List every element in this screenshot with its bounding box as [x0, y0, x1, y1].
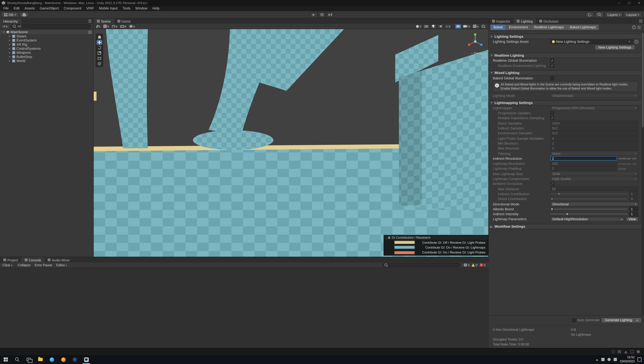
indirect-contribution-slider[interactable] — [550, 192, 628, 196]
lighting-subtab-environment[interactable]: Environment — [506, 24, 531, 30]
section-header-lighting-settings[interactable]: ▼Lighting Settings — [489, 34, 642, 39]
inspector-tab-inspector[interactable]: Inspector — [489, 18, 514, 24]
albedo-boost-slider[interactable] — [550, 207, 628, 211]
scene-3d-viewport[interactable]: ‹ Persp GI Contributors / Receivers Cont… — [94, 29, 488, 257]
bottom-tab-audio-mixer[interactable]: Audio Mixer — [44, 257, 73, 262]
2d-toggle-button[interactable]: 2D — [423, 24, 430, 29]
console-warning-count[interactable]: 0 — [472, 263, 478, 267]
indirect-contribution-value-field[interactable]: 1 — [629, 192, 638, 196]
tray-network-icon[interactable] — [608, 358, 611, 361]
menu-gameobject[interactable]: GameObject — [37, 6, 61, 11]
menu-assets[interactable]: Assets — [22, 6, 37, 11]
menu-mobile-input[interactable]: Mobile Input — [96, 6, 120, 11]
help-icon[interactable]: ? — [632, 26, 636, 29]
menu-help[interactable]: Help — [150, 6, 162, 11]
lighting-settings-asset-object-field[interactable]: New Lighting Settings• — [550, 39, 633, 44]
scene-lighting-toggle[interactable] — [430, 24, 436, 29]
new-lighting-settings-button[interactable]: New Lighting Settings — [594, 45, 635, 50]
realtime-environment-lighting-checkbox[interactable]: ✓ — [550, 64, 554, 68]
collapse-button[interactable]: Collapse — [16, 262, 32, 268]
audio-toggle-button[interactable] — [437, 24, 444, 29]
direct-contribution-value-field[interactable]: 0 — [629, 197, 638, 201]
max-bounces-field[interactable]: 2 — [550, 146, 638, 151]
expand-arrow-icon[interactable]: ▸ — [8, 54, 11, 59]
console-search-field[interactable] — [382, 263, 460, 267]
multiple-importance-sampling-checkbox[interactable]: ✓ — [550, 116, 554, 120]
max-distance-field[interactable]: 50 — [550, 186, 638, 191]
filtering-dropdown[interactable]: None▾ — [550, 151, 638, 156]
maximize-button[interactable]: □ — [624, 0, 634, 6]
lightmap-padding-field[interactable]: 2 — [550, 166, 617, 171]
section-header-mixed-lighting[interactable]: ▼Mixed Lighting — [489, 70, 642, 76]
auto-generate-checkbox[interactable] — [572, 318, 576, 322]
expand-arrow-icon[interactable]: ▾ — [2, 30, 6, 34]
scene-visibility-toggle[interactable] — [455, 24, 461, 29]
hierarchy-item-controlsystems[interactable]: ▸ControlSystems — [0, 46, 93, 50]
indirect-samples-field[interactable]: 512 — [550, 126, 638, 130]
tray-expand-chevron[interactable]: ▲ — [596, 358, 598, 361]
move-tool-button[interactable] — [96, 40, 102, 45]
step-button[interactable] — [326, 12, 334, 17]
status-icon-3[interactable] — [624, 350, 628, 353]
max-lightmap-size-dropdown[interactable]: 2048▾ — [550, 172, 638, 176]
expand-arrow-icon[interactable]: ▸ — [8, 50, 11, 54]
scene-orientation-gizmo[interactable] — [466, 32, 484, 50]
section-header-lightmapping-settings[interactable]: ▼Lightmapping Settings — [489, 100, 642, 106]
lightmap-compression-dropdown[interactable]: High Quality▾ — [550, 176, 638, 181]
directional-mode-dropdown[interactable]: Directional▾ — [550, 202, 638, 206]
scale-tool-button[interactable] — [96, 50, 102, 56]
status-icon-5[interactable] — [636, 350, 640, 354]
notification-center-button[interactable] — [638, 358, 642, 362]
bottom-tab-console[interactable]: Console — [21, 257, 44, 262]
gear-icon[interactable] — [634, 40, 638, 44]
inspector-menu-icon[interactable] — [638, 18, 644, 24]
pencil-tool-dropdown[interactable]: ▾ — [95, 24, 102, 29]
menu-tools[interactable]: Tools — [120, 6, 133, 11]
light-probe-sample-multiplier-field[interactable]: 4 — [550, 136, 638, 140]
scene-tab-game[interactable]: Game — [114, 18, 134, 24]
clear-button[interactable]: Clear▾ — [1, 262, 14, 268]
rotate-tool-button[interactable] — [96, 45, 102, 50]
steam-app-button[interactable] — [69, 355, 80, 364]
expand-arrow-icon[interactable]: ▸ — [8, 34, 11, 38]
tray-keyboard-icon[interactable] — [601, 358, 604, 361]
status-icon-2[interactable] — [618, 350, 622, 354]
status-icon-4[interactable] — [630, 350, 634, 354]
direct-contribution-slider[interactable] — [550, 197, 628, 201]
expand-arrow-icon[interactable]: ▸ — [8, 42, 11, 46]
undo-history-button[interactable] — [586, 12, 594, 17]
hierarchy-menu-icon[interactable] — [87, 18, 93, 24]
edge-browser-button[interactable] — [46, 355, 58, 364]
inspector-tab-occlusion[interactable]: Occlusion — [536, 18, 562, 24]
grid-snap-dropdown[interactable]: ▾ — [102, 24, 110, 29]
layout-dropdown[interactable]: Layout ▾ — [624, 12, 642, 17]
transform-tool-button[interactable] — [96, 61, 102, 66]
slider-thumb[interactable] — [550, 198, 553, 200]
lightmapper-dropdown[interactable]: Progressive GPU (Preview)▾ — [550, 106, 638, 110]
console-error-count[interactable]: !0 — [480, 263, 486, 267]
task-view-button[interactable] — [23, 355, 34, 364]
indirect-intensity-value-field[interactable]: 1 — [629, 212, 638, 216]
expand-arrow-icon[interactable]: ▸ — [8, 59, 11, 63]
indirect-intensity-slider[interactable] — [550, 212, 628, 216]
generate-lighting-button[interactable]: Generate Lighting ▾ — [601, 317, 642, 323]
pivot-toggle-button[interactable]: ▾ — [128, 24, 136, 29]
pause-button[interactable] — [318, 12, 326, 17]
draw-mode-dropdown[interactable]: ▾ — [415, 24, 422, 29]
environment-samples-field[interactable]: 512 — [550, 131, 638, 136]
object-picker-icon[interactable]: • — [628, 40, 631, 44]
menu-file[interactable]: File — [1, 6, 11, 11]
tab-hierarchy[interactable]: Hierarchy — [0, 18, 21, 24]
menu-edit[interactable]: Edit — [11, 6, 22, 11]
taskbar-clock[interactable]: 16:52 23/03/2023 — [620, 356, 634, 363]
hierarchy-item-steam[interactable]: ▸Steam — [0, 34, 93, 38]
hierarchy-item-world[interactable]: ▸World — [0, 59, 93, 63]
layers-dropdown[interactable]: Layers ▾ — [605, 12, 623, 17]
status-icon-1[interactable] — [612, 350, 615, 354]
global-search-button[interactable] — [595, 12, 604, 17]
grid-visibility-dropdown[interactable]: ▾ — [472, 24, 480, 29]
realtime-global-illumination-checkbox[interactable]: ✓ — [550, 59, 554, 62]
baked-global-illumination-checkbox[interactable] — [550, 76, 554, 80]
create-gameobject-dropdown[interactable]: +▾ — [1, 24, 9, 29]
slider-thumb[interactable] — [550, 208, 553, 210]
